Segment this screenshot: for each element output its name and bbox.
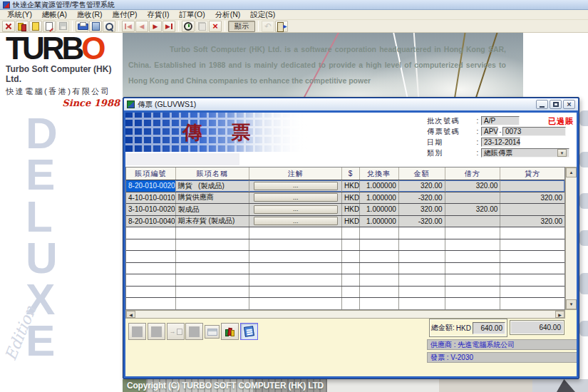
cell-credit[interactable] [500, 204, 564, 215]
clock-icon [184, 22, 192, 31]
cell-account-no[interactable]: 3-10-010-0020 [126, 204, 176, 215]
total-label: 總金額: [431, 323, 455, 333]
voucher-no-field[interactable]: 0073 [502, 127, 566, 136]
cell-account-no[interactable]: 4-10-010-0010 [126, 192, 176, 204]
cell-debit[interactable] [445, 216, 501, 227]
export-button[interactable]: → [167, 323, 185, 340]
cell-account-no[interactable]: 8-20-010-0040 [126, 216, 176, 227]
maximize-button[interactable] [550, 100, 562, 109]
cell-currency[interactable]: HKD [342, 216, 360, 227]
table-row-empty[interactable] [126, 274, 564, 287]
total-amount-group: 總金額: HKD 640.00 [429, 319, 507, 337]
window-titlebar[interactable]: 傳票 (GLUVWS1) × [124, 98, 578, 110]
cell-account-name[interactable]: 期末存貨 (製成品) [176, 216, 250, 227]
exit-button[interactable] [275, 21, 288, 32]
cell-rate[interactable]: 1.000000 [360, 204, 399, 215]
cell-credit[interactable] [500, 180, 564, 192]
minimize-button[interactable] [536, 100, 548, 109]
next-record-button[interactable]: ▶ [149, 21, 162, 32]
blank-button-3[interactable] [185, 323, 203, 340]
voucher-prefix-field[interactable]: APV [481, 127, 498, 136]
menu-item-system[interactable]: 系統(Y) [2, 9, 37, 21]
cell-credit[interactable]: 320.00 [500, 216, 564, 227]
table-row-empty[interactable] [126, 227, 564, 239]
remark-button[interactable]: ... [254, 205, 338, 214]
table-row[interactable]: 3-10-010-0020 製成品 ... HKD 1.000000 320.0… [126, 204, 564, 216]
menu-item-receivable[interactable]: 應收(R) [72, 9, 108, 21]
cell-amount[interactable]: -320.00 [399, 192, 445, 204]
display-button[interactable]: 顯示 [228, 21, 255, 32]
cell-rate[interactable]: 1.000000 [360, 180, 399, 192]
cell-account-name[interactable]: 購貨供應商 [176, 192, 250, 204]
total-debit-field[interactable]: 640.00 [473, 322, 505, 334]
cell-account-name[interactable]: 製成品 [176, 204, 250, 215]
prev-record-button[interactable]: ◀ [135, 21, 148, 32]
table-row[interactable]: 8-20-010-0040 期末存貨 (製成品) ... HKD 1.00000… [126, 216, 564, 228]
copy-button[interactable] [195, 21, 208, 32]
cell-currency[interactable]: HKD [342, 192, 360, 204]
table-row-empty[interactable] [126, 298, 564, 309]
table-row-empty[interactable] [126, 287, 564, 299]
cell-account-no[interactable]: 8-20-010-0020 [126, 180, 176, 192]
undo-button[interactable]: ↶ [262, 21, 274, 32]
chevron-down-icon[interactable]: ▼ [557, 149, 567, 157]
menu-item-ledger[interactable]: 總帳(A) [37, 9, 72, 21]
cell-amount[interactable]: 320.00 [399, 204, 445, 215]
cell-amount[interactable]: -320.00 [399, 216, 445, 227]
first-record-button[interactable]: ◀ [122, 21, 135, 32]
right-arrow-icon: ▶ [165, 23, 170, 30]
cell-amount[interactable]: 320.00 [399, 180, 445, 192]
background-graphic [579, 321, 588, 336]
menu-item-orders[interactable]: 訂單(O) [175, 9, 210, 21]
cell-account-name[interactable]: 購貨 (製成品) [176, 180, 250, 192]
first-record-icon [125, 24, 126, 29]
scroll-down-icon[interactable]: ▼ [566, 299, 577, 309]
table-body: 8-20-010-0020 購貨 (製成品) ... HKD 1.000000 … [126, 180, 564, 309]
blank-button-2[interactable] [148, 323, 165, 340]
cell-rate[interactable]: 1.000000 [360, 192, 399, 204]
remark-button[interactable]: ... [254, 193, 338, 202]
cell-remark: ... [249, 192, 342, 204]
menu-item-inventory[interactable]: 存貨(I) [143, 9, 175, 21]
table-row-empty[interactable] [126, 251, 564, 263]
cell-rate[interactable]: 1.000000 [360, 216, 399, 227]
remark-button[interactable]: ... [254, 217, 338, 225]
blank-button-1[interactable] [128, 323, 146, 340]
history-button[interactable] [182, 21, 195, 32]
cell-credit[interactable]: 320.00 [500, 192, 564, 204]
last-record-button[interactable]: ▶ [163, 21, 175, 32]
cell-debit[interactable]: 320.00 [445, 204, 501, 215]
total-credit-field[interactable]: 640.00 [510, 320, 564, 335]
search-button[interactable] [103, 21, 115, 32]
scroll-right-icon[interactable]: ▶ [555, 311, 564, 318]
printer-icon [78, 22, 87, 30]
edit-document-icon [46, 22, 53, 31]
horizontal-scrollbar[interactable]: ◀ ▶ [125, 310, 565, 319]
table-row-empty[interactable] [126, 239, 564, 252]
scroll-up-icon[interactable]: ▲ [566, 167, 577, 177]
cell-debit[interactable] [445, 192, 501, 204]
menu-item-analysis[interactable]: 分析(N) [210, 9, 246, 21]
cell-currency[interactable]: HKD [342, 180, 360, 192]
cell-currency[interactable]: HKD [342, 204, 360, 215]
table-row-empty[interactable] [126, 263, 564, 275]
cell-debit[interactable]: 320.00 [445, 180, 501, 192]
batch-no-field[interactable]: A/P [481, 116, 520, 125]
scroll-left-icon[interactable]: ◀ [126, 311, 135, 318]
remark-button[interactable]: ... [254, 182, 338, 190]
table-row[interactable]: 4-10-010-0010 購貨供應商 ... HKD 1.000000 -32… [126, 192, 564, 205]
delete-button[interactable]: × [209, 21, 222, 32]
vertical-scrollbar[interactable]: ▲ ▼ [565, 167, 577, 310]
notes-button[interactable] [240, 323, 258, 340]
exit-door-icon [277, 22, 287, 31]
menu-item-settings[interactable]: 設定(S) [245, 9, 280, 21]
close-button[interactable]: × [563, 100, 575, 109]
window-button[interactable] [205, 325, 220, 339]
type-dropdown[interactable]: 總賬傳票 ▼ [481, 148, 569, 158]
table-row[interactable]: 8-20-010-0020 購貨 (製成品) ... HKD 1.000000 … [126, 180, 564, 192]
banner-text: Turbo Soft Computer (HK) Ltd. is a softw… [128, 41, 506, 88]
ledger-books-button[interactable] [221, 323, 239, 340]
date-field[interactable]: 23-12-2014 [481, 138, 520, 147]
col-rate: 兌換率 [360, 167, 399, 180]
menu-item-payable[interactable]: 應付(P) [108, 9, 143, 21]
